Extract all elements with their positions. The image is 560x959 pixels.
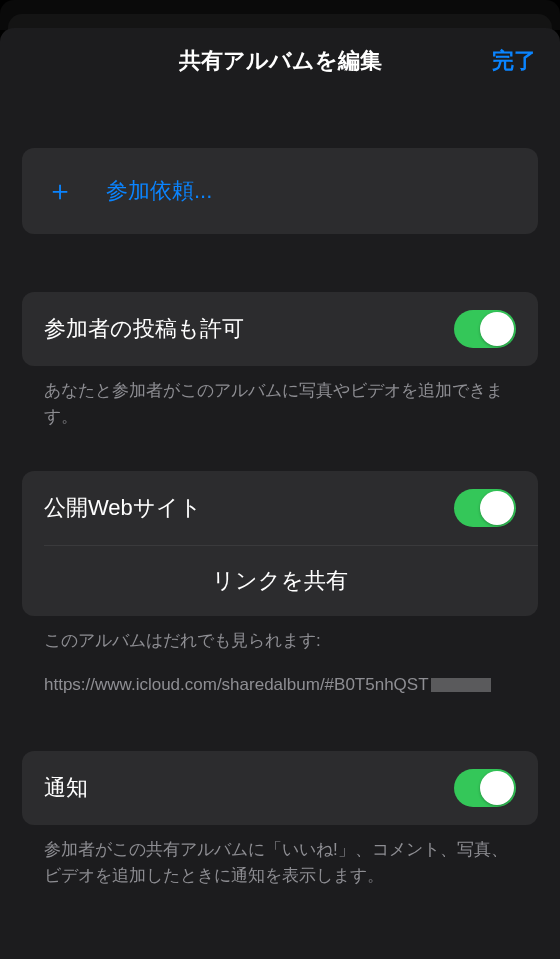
notifications-row: 通知 [22,751,538,825]
subscriber-posting-row: 参加者の投稿も許可 [22,292,538,366]
public-website-row: 公開Webサイト [22,471,538,545]
edit-sheet: 共有アルバムを編集 完了 ＋ 参加依頼... 参加者の投稿も許可 あなたと参加者… [0,28,560,959]
page-title: 共有アルバムを編集 [179,46,382,76]
public-website-section: 公開Webサイト リンクを共有 [22,471,538,616]
url-visible-part: https://www.icloud.com/sharedalbum/#B0T5… [44,675,429,694]
invite-label: 参加依頼... [106,176,212,206]
invite-people-button[interactable]: ＋ 参加依頼... [22,148,538,234]
subscriber-posting-toggle[interactable] [454,310,516,348]
share-link-button[interactable]: リンクを共有 [22,546,538,616]
notifications-label: 通知 [44,773,88,803]
subscriber-posting-section: 参加者の投稿も許可 [22,292,538,366]
subscriber-posting-footer: あなたと参加者がこのアルバムに写真やビデオを追加できます。 [22,366,538,429]
sheet-content: ＋ 参加依頼... 参加者の投稿も許可 あなたと参加者がこのアルバムに写真やビデ… [0,148,560,888]
public-website-footer: このアルバムはだれでも見られます: [22,616,538,654]
share-link-label: リンクを共有 [212,566,348,596]
public-website-url: https://www.icloud.com/sharedalbum/#B0T5… [22,654,538,698]
notifications-footer: 参加者がこの共有アルバムに「いいね!」、コメント、写真、ビデオを追加したときに通… [22,825,538,888]
public-website-toggle[interactable] [454,489,516,527]
sheet-header: 共有アルバムを編集 完了 [0,28,560,93]
plus-icon: ＋ [46,177,94,205]
toggle-knob [480,771,514,805]
notifications-section: 通知 [22,751,538,825]
toggle-knob [480,312,514,346]
toggle-knob [480,491,514,525]
subscriber-posting-label: 参加者の投稿も許可 [44,314,244,344]
url-redacted-part [431,678,491,692]
notifications-toggle[interactable] [454,769,516,807]
invite-section: ＋ 参加依頼... [22,148,538,234]
done-button[interactable]: 完了 [492,46,536,76]
public-website-label: 公開Webサイト [44,493,202,523]
